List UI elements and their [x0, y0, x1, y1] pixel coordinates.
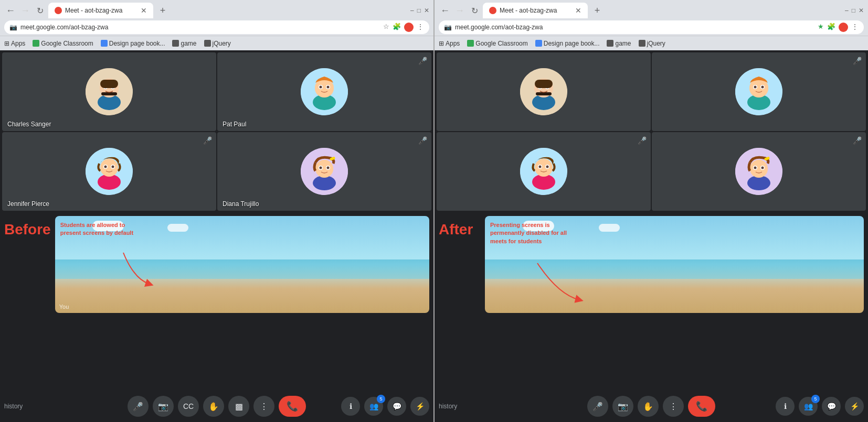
svg-point-52 [761, 86, 764, 89]
left-tab-close[interactable]: ✕ [141, 6, 147, 15]
design-bookmark[interactable]: Design page book... [101, 40, 165, 47]
left-address-bar[interactable]: 📷 meet.google.com/aot-bzag-zwa ☆ 🧩 ⋮ [4, 20, 429, 34]
right-annotation: Presenting screens is permenantly disabl… [490, 221, 574, 245]
right-nav-forward[interactable]: → [453, 4, 466, 17]
tile-pat: 🎤 [217, 52, 431, 131]
right-jquery-bookmark[interactable]: jQuery [639, 40, 665, 47]
left-controls-bar: history 🎤 📷 CC ✋ ▩ ⋮ 📞 [0, 391, 433, 422]
right-apps-bookmark[interactable]: ⊞ Apps [439, 40, 460, 47]
left-before-label: Before [4, 216, 51, 238]
right-tab[interactable]: Meet - aot-bzag-zwa ✕ [483, 3, 588, 18]
svg-point-28 [313, 176, 336, 190]
right-classroom-bookmark[interactable]: Google Classroom [467, 40, 527, 47]
right-avatar-charles [520, 68, 567, 115]
close-btn-right[interactable]: ✕ [859, 7, 864, 14]
left-captions-btn[interactable]: CC [178, 396, 199, 417]
right-game-label: game [615, 40, 631, 47]
right-extension-icon[interactable]: 🧩 [827, 23, 835, 32]
nav-forward[interactable]: → [19, 4, 31, 17]
jennifer-mic-icon: 🎤 [203, 136, 212, 145]
game-bookmark[interactable]: game [172, 40, 196, 47]
right-raise-hand-btn[interactable]: ✋ [638, 396, 659, 417]
left-present-btn[interactable]: ▩ [228, 396, 249, 417]
menu-icon[interactable]: ⋮ [417, 23, 424, 32]
left-mic-btn[interactable]: 🎤 [128, 396, 149, 417]
right-url: meet.google.com/aot-bzag-zwa [455, 24, 543, 31]
jquery-bookmark[interactable]: jQuery [204, 40, 231, 47]
right-design-bookmark[interactable]: Design page book... [535, 40, 600, 47]
right-avatar-pat [735, 68, 782, 115]
game-icon [172, 40, 179, 47]
right-avatar-diana [735, 148, 782, 195]
right-chat-btn[interactable]: 💬 [822, 397, 841, 416]
svg-point-60 [546, 166, 549, 168]
svg-point-67 [754, 167, 757, 169]
right-new-tab-btn[interactable]: + [590, 3, 605, 18]
right-menu-icon[interactable]: ⋮ [851, 23, 859, 32]
svg-point-68 [761, 167, 764, 169]
svg-point-24 [104, 166, 107, 168]
design-icon [101, 40, 108, 47]
left-chat-btn[interactable]: 💬 [387, 397, 406, 416]
right-design-label: Design page book... [544, 40, 600, 47]
left-info-btn[interactable]: ℹ [341, 397, 360, 416]
right-info-btn[interactable]: ℹ [776, 397, 795, 416]
right-people-btn[interactable]: 👥 5 [799, 397, 818, 416]
jennifer-name: Jennifer Pierce [7, 200, 49, 208]
left-activities-btn[interactable]: ⚡ [410, 397, 429, 416]
classroom-label: Google Classroom [41, 40, 93, 47]
right-nav-back[interactable]: ← [439, 4, 451, 17]
right-activities-btn[interactable]: ⚡ [845, 397, 864, 416]
svg-point-32 [320, 167, 322, 169]
left-bookmarks-bar: ⊞ Apps Google Classroom Design page book… [0, 36, 433, 50]
extension-icon[interactable]: 🧩 [393, 23, 401, 32]
right-more-btn[interactable]: ⋮ [663, 396, 684, 417]
nav-back[interactable]: ← [4, 4, 17, 17]
svg-point-59 [539, 166, 542, 168]
nav-refresh[interactable]: ↻ [34, 4, 46, 17]
maximize-btn-left[interactable]: □ [417, 7, 421, 14]
right-end-call-btn[interactable]: 📞 [688, 396, 715, 417]
game-label: game [181, 40, 196, 47]
avatar-diana [301, 148, 348, 195]
right-pat-mic-icon: 🎤 [853, 57, 862, 65]
left-raise-hand-btn[interactable]: ✋ [203, 396, 224, 417]
left-more-btn[interactable]: ⋮ [253, 396, 274, 417]
avatar-jennifer [86, 148, 133, 195]
maximize-btn-right[interactable]: □ [852, 7, 855, 14]
left-people-btn[interactable]: 👥 5 [364, 397, 383, 416]
svg-point-25 [112, 166, 114, 168]
right-avatar-jennifer [520, 148, 567, 195]
right-camera-btn[interactable]: 📷 [612, 396, 633, 417]
close-btn-left[interactable]: ✕ [424, 7, 429, 14]
left-people-badge: 5 [377, 395, 385, 403]
right-tile-jennifer: 🎤 [437, 132, 651, 211]
svg-point-63 [747, 176, 770, 190]
svg-point-64 [750, 160, 768, 178]
right-classroom-label: Google Classroom [475, 40, 527, 47]
left-screen-preview: Students are allowed to present screens … [55, 216, 429, 313]
right-profile-icon [839, 23, 848, 32]
svg-point-33 [327, 167, 330, 169]
apps-bookmark[interactable]: ⊞ Apps [4, 40, 25, 47]
right-star-icon[interactable]: ★ [818, 23, 824, 32]
right-mic-btn[interactable]: 🎤 [587, 396, 608, 417]
new-tab-btn[interactable]: + [155, 3, 170, 18]
right-tab-close[interactable]: ✕ [575, 6, 581, 15]
right-address-bar[interactable]: 📷 meet.google.com/aot-bzag-zwa ★ 🧩 ⋮ [439, 20, 864, 34]
minimize-btn-right[interactable]: – [845, 7, 849, 14]
jquery-icon [204, 40, 211, 47]
profile-icon [404, 23, 414, 32]
classroom-bookmark[interactable]: Google Classroom [33, 40, 93, 47]
charles-name: Charles Sanger [7, 121, 51, 128]
svg-point-56 [535, 159, 553, 177]
star-icon[interactable]: ☆ [383, 23, 389, 32]
minimize-btn-left[interactable]: – [410, 7, 414, 14]
left-annotation: Students are allowed to present screens … [60, 221, 144, 237]
right-diana-mic-icon: 🎤 [853, 136, 862, 145]
left-end-call-btn[interactable]: 📞 [279, 396, 306, 417]
right-game-bookmark[interactable]: game [607, 40, 631, 47]
left-tab[interactable]: Meet - aot-bzag-zwa ✕ [48, 3, 153, 18]
left-camera-btn[interactable]: 📷 [153, 396, 174, 417]
right-nav-refresh[interactable]: ↻ [468, 4, 481, 17]
